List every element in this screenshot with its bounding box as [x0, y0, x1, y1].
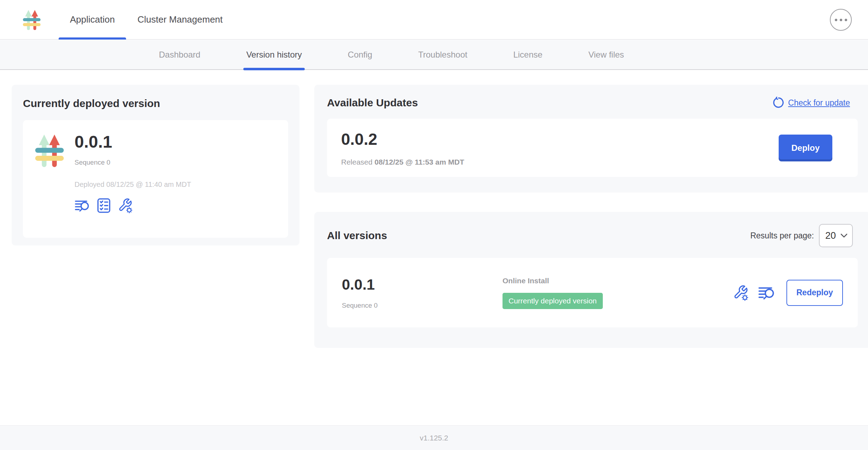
- deployed-timestamp: Deployed 08/12/25 @ 11:40 am MDT: [75, 180, 191, 189]
- check-for-update-label: Check for update: [788, 98, 850, 108]
- subtab-version-history[interactable]: Version history: [246, 40, 302, 70]
- console-version: v1.125.2: [420, 434, 448, 442]
- refresh-ccw-icon: [772, 97, 784, 109]
- subtab-dashboard[interactable]: Dashboard: [159, 40, 200, 70]
- released-prefix: Released: [341, 158, 373, 166]
- app-screen: Application Cluster Management Dashboard…: [0, 0, 868, 450]
- deployed-version-panel: 0.0.1 Sequence 0 Deployed 08/12/25 @ 11:…: [23, 120, 288, 238]
- deployed-date: 08/12/25 @ 11:40 am MDT: [106, 180, 191, 188]
- update-row: 0.0.2 Released 08/12/25 @ 11:53 am MDT D…: [327, 119, 858, 177]
- edit-config-icon[interactable]: [118, 198, 133, 213]
- top-navbar: Application Cluster Management: [0, 0, 868, 40]
- app-logo-icon: [34, 133, 67, 168]
- app-logo-icon: [22, 9, 42, 31]
- results-per-page-select[interactable]: 20: [819, 224, 853, 247]
- app-subnav: Dashboard Version history Config Trouble…: [0, 40, 868, 70]
- ellipsis-icon: [845, 19, 847, 21]
- all-versions-card: All versions Results per page: 20 0.0.1 …: [314, 212, 868, 348]
- preflight-checks-icon[interactable]: [97, 198, 111, 213]
- currently-deployed-card: Currently deployed version 0.0.1 Sequenc…: [12, 85, 299, 245]
- deployed-card-title: Currently deployed version: [23, 97, 288, 109]
- row-sequence: Sequence 0: [342, 302, 503, 309]
- released-date: 08/12/25 @ 11:53 am MDT: [375, 158, 464, 166]
- results-per-page-value: 20: [825, 230, 836, 241]
- subtab-license[interactable]: License: [513, 40, 542, 70]
- available-updates-title: Available Updates: [327, 97, 418, 109]
- subtab-config[interactable]: Config: [348, 40, 372, 70]
- top-nav-tabs: Application Cluster Management: [59, 0, 234, 40]
- check-for-update-link[interactable]: Check for update: [772, 97, 850, 109]
- app-footer: v1.125.2: [0, 425, 868, 450]
- results-per-page-label: Results per page:: [750, 231, 814, 241]
- subtab-troubleshoot[interactable]: Troubleshoot: [418, 40, 467, 70]
- currently-deployed-badge: Currently deployed version: [503, 293, 603, 309]
- row-version-number: 0.0.1: [342, 276, 503, 293]
- redeploy-button[interactable]: Redeploy: [786, 280, 843, 306]
- deployed-prefix: Deployed: [75, 180, 105, 188]
- all-versions-title: All versions: [327, 230, 387, 242]
- deployed-sequence: Sequence 0: [75, 159, 191, 166]
- tab-cluster-management[interactable]: Cluster Management: [126, 0, 234, 40]
- deploy-button[interactable]: Deploy: [779, 135, 832, 161]
- tab-application[interactable]: Application: [59, 0, 126, 40]
- version-row: 0.0.1 Sequence 0 Online Install Currentl…: [327, 258, 858, 327]
- ellipsis-icon: [840, 19, 842, 21]
- update-version-number: 0.0.2: [341, 130, 464, 149]
- app-logo: [22, 8, 42, 31]
- view-logs-icon[interactable]: [758, 286, 775, 300]
- chevron-down-icon: [840, 233, 848, 238]
- edit-config-icon[interactable]: [733, 285, 749, 301]
- ellipsis-icon: [835, 19, 837, 21]
- available-updates-card: Available Updates Check for update 0.0.2…: [314, 85, 868, 193]
- overflow-menu-button[interactable]: [830, 9, 852, 31]
- view-logs-icon[interactable]: [75, 199, 90, 212]
- deployed-version-number: 0.0.1: [75, 132, 191, 152]
- update-released-timestamp: Released 08/12/25 @ 11:53 am MDT: [341, 158, 464, 166]
- install-type-label: Online Install: [503, 277, 603, 285]
- subtab-view-files[interactable]: View files: [588, 40, 624, 70]
